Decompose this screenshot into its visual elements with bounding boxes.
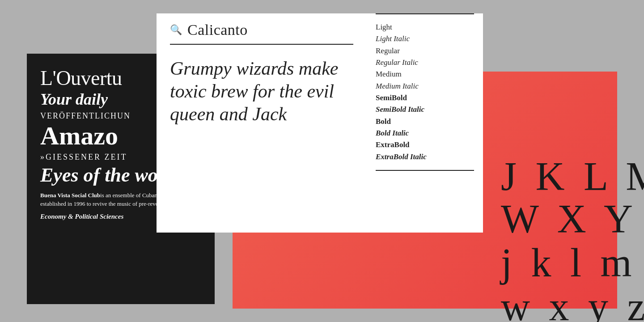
font-name-label: Calicanto (187, 21, 248, 38)
coral-letters-lower1: j k l m (501, 243, 644, 283)
weight-bold-italic[interactable]: Bold Italic (376, 127, 474, 139)
weight-light[interactable]: Light (376, 21, 474, 33)
weights-divider-top (376, 13, 474, 14)
weight-regular[interactable]: Regular (376, 45, 474, 57)
weight-semibold-italic[interactable]: SemiBold Italic (376, 104, 474, 115)
weight-extrabold[interactable]: ExtraBold (376, 139, 474, 151)
font-card: 🔍 Calicanto Grumpy wizards make toxic br… (157, 13, 483, 233)
weight-extrabold-italic[interactable]: ExtraBold Italic (376, 151, 474, 163)
coral-letters-row1: J K L M (501, 157, 644, 197)
weight-semibold[interactable]: SemiBold (376, 92, 474, 104)
search-icon: 🔍 (170, 24, 182, 36)
specimen-text: Grumpy wizards make toxic brew for the e… (170, 57, 353, 126)
weight-regular-italic[interactable]: Regular Italic (376, 57, 474, 68)
weights-divider-bottom (376, 170, 474, 171)
search-bar[interactable]: 🔍 Calicanto (170, 13, 353, 45)
coral-letters-row2: W X Y Z (501, 199, 644, 239)
weight-medium[interactable]: Medium (376, 68, 474, 80)
weight-list: Light Light Italic Regular Regular Itali… (376, 19, 474, 165)
weight-medium-italic[interactable]: Medium Italic (376, 80, 474, 92)
card-left-panel: 🔍 Calicanto Grumpy wizards make toxic br… (157, 13, 367, 233)
coral-letters-lower2: w x y z (501, 287, 644, 322)
card-right-panel: Light Light Italic Regular Regular Itali… (367, 13, 483, 233)
weight-bold[interactable]: Bold (376, 116, 474, 127)
weight-light-italic[interactable]: Light Italic (376, 33, 474, 45)
